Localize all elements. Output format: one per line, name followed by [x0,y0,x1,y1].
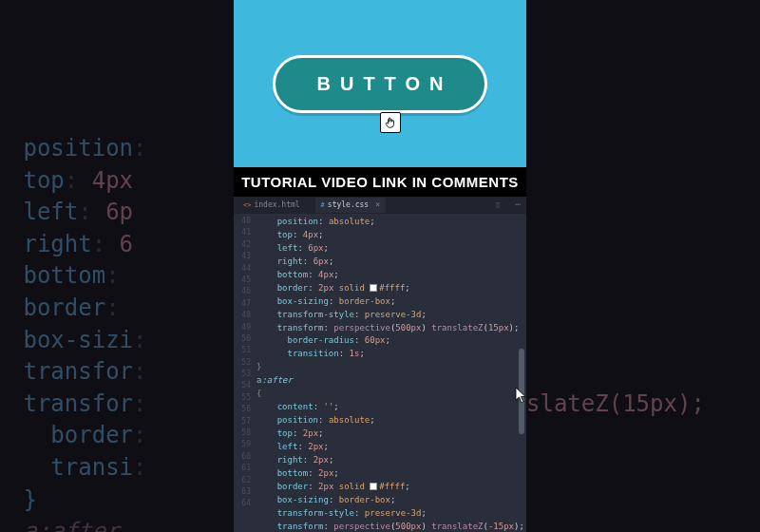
bg-code-left: position: top: 4px left: 6p right: 6 bot… [0,0,234,532]
inner-editor-tabs: <> index.html # style.css × ▯ ⋯ [234,197,526,214]
caption-bar: TUTORIAL VIDEO LINK IN COMMENTS [234,167,526,197]
vertical-scrollbar[interactable] [519,349,524,434]
code-area[interactable]: 4041424344454647484950515253545556575859… [234,214,526,532]
inner-tab-html-label: index.html [254,200,299,211]
split-panel-icon[interactable]: ▯ [495,199,505,211]
inner-tab-css-label: style.css [328,200,369,211]
demo-panel: BUTTON [234,0,526,167]
html-file-icon: <> [243,200,251,210]
inner-tab-html[interactable]: <> index.html [238,198,306,213]
code-content[interactable]: position: absolute; top: 4px; left: 6px;… [256,214,526,532]
hand-cursor-icon [380,112,401,133]
demo-button[interactable]: BUTTON [273,55,488,113]
short-video-column: BUTTON TUTORIAL VIDEO LINK IN COMMENTS <… [234,0,526,532]
close-icon[interactable]: × [375,200,380,211]
line-gutter: 4041424344454647484950515253545556575859… [234,214,256,532]
css-file-icon: # [321,200,325,210]
bg-code-right: slateZ(15px); [526,0,760,532]
more-icon[interactable]: ⋯ [516,199,526,211]
inner-tab-css[interactable]: # style.css × [315,198,386,213]
inner-editor: <> index.html # style.css × ▯ ⋯ 40414243… [234,197,526,532]
